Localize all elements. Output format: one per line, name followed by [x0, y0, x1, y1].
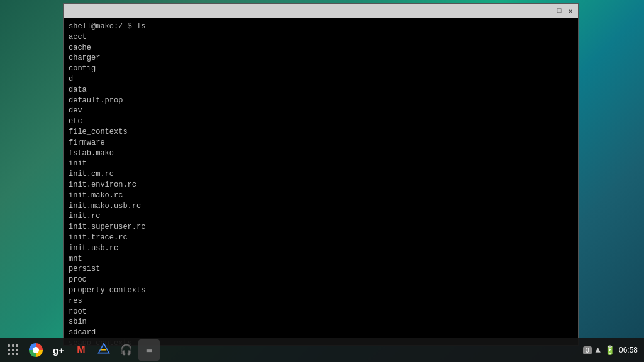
- terminal-line-default-prop: default.prop: [69, 96, 573, 106]
- terminal-line-init: init: [69, 158, 573, 169]
- gplus-icon: g+: [53, 345, 64, 356]
- terminal-line-init-mako-usb-rc: init.mako.usb.rc: [69, 201, 573, 212]
- chrome-button[interactable]: [25, 339, 47, 361]
- terminal-line-init-usb-rc: init.usb.rc: [69, 243, 573, 254]
- terminal-line-init-trace-rc: init.trace.rc: [69, 233, 573, 243]
- terminal-line-root: root: [69, 307, 573, 317]
- apps-grid-icon: [8, 344, 19, 356]
- terminal-line-acct: acct: [69, 32, 573, 43]
- terminal-line-dev: dev: [69, 106, 573, 116]
- terminal-line-init-environ-rc: init.environ.rc: [69, 180, 573, 190]
- notification-badge[interactable]: 0: [583, 346, 592, 354]
- terminal-line-sbin: sbin: [69, 317, 573, 327]
- headphones-button[interactable]: 🎧: [116, 339, 137, 361]
- terminal-line-init-mako-rc: init.mako.rc: [69, 190, 573, 201]
- terminal-line-config: config: [69, 63, 573, 74]
- terminal-button[interactable]: ▬: [138, 339, 160, 361]
- terminal-taskbar-icon: ▬: [147, 345, 152, 355]
- apps-grid-button[interactable]: [3, 339, 24, 361]
- maximize-button[interactable]: □: [554, 6, 564, 16]
- terminal-line-init-rc: init.rc: [69, 211, 573, 222]
- terminal-line-d: d: [69, 74, 573, 85]
- svg-marker-1: [99, 343, 109, 353]
- gmail-icon: M: [77, 344, 85, 356]
- battery-icon: 🔋: [604, 345, 615, 356]
- terminal-line-file-contexts: file_contexts: [69, 127, 573, 138]
- wifi-icon: ▲: [596, 345, 601, 355]
- terminal-line-cache: cache: [69, 43, 573, 53]
- svg-marker-3: [99, 344, 109, 352]
- terminal-line-data: data: [69, 85, 573, 96]
- terminal-line-sdcard: sdcard: [69, 327, 573, 338]
- terminal-window: — □ ✕ shell@mako:/ $ ls acct cache charg…: [63, 3, 579, 346]
- terminal-line-proc: proc: [69, 275, 573, 285]
- terminal-command: shell@mako:/ $ ls: [69, 21, 573, 32]
- drive-button[interactable]: [93, 339, 114, 361]
- terminal-line-fstab: fstab.mako: [69, 148, 573, 159]
- chrome-icon: [29, 343, 43, 357]
- headphones-icon: 🎧: [120, 344, 133, 356]
- taskbar-left: g+ M 🎧 ▬: [3, 339, 583, 361]
- terminal-line-mnt: mnt: [69, 254, 573, 265]
- taskbar: g+ M 🎧 ▬ 0: [0, 338, 644, 362]
- terminal-titlebar: — □ ✕: [64, 4, 578, 18]
- terminal-line-property-contexts: property_contexts: [69, 285, 573, 296]
- terminal-line-init-superuser-rc: init.superuser.rc: [69, 222, 573, 233]
- gmail-button[interactable]: M: [70, 339, 92, 361]
- terminal-line-res: res: [69, 296, 573, 307]
- taskbar-right: 0 ▲ 🔋 06:58: [583, 345, 641, 356]
- svg-marker-0: [99, 343, 109, 353]
- system-time: 06:58: [619, 346, 638, 354]
- gplus-button[interactable]: g+: [48, 339, 69, 361]
- terminal-line-persist: persist: [69, 264, 573, 275]
- terminal-line-charger: charger: [69, 53, 573, 63]
- terminal-line-etc: etc: [69, 116, 573, 127]
- close-button[interactable]: ✕: [565, 6, 575, 16]
- drive-icon: [97, 343, 110, 358]
- terminal-content[interactable]: shell@mako:/ $ ls acct cache charger con…: [64, 18, 578, 345]
- terminal-line-init-cm-rc: init.cm.rc: [69, 169, 573, 180]
- terminal-line-firmware: firmware: [69, 138, 573, 148]
- minimize-button[interactable]: —: [543, 6, 553, 16]
